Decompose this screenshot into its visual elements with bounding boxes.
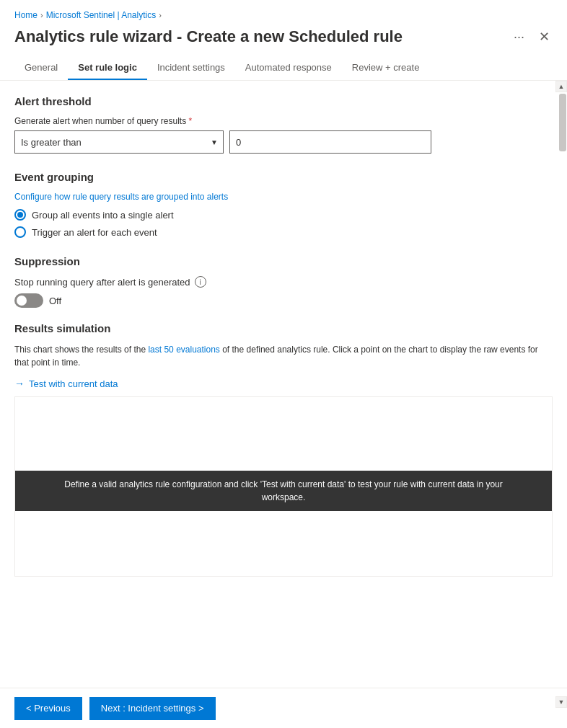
suppression-label-text: Stop running query after alert is genera… (14, 277, 190, 288)
radio-trigger-each[interactable]: Trigger an alert for each event (14, 226, 553, 238)
breadcrumb: Home › Microsoft Sentinel | Analytics › (0, 0, 567, 25)
results-simulation-section: Results simulation This chart shows the … (14, 322, 553, 577)
radio-trigger-each-circle[interactable] (14, 226, 26, 238)
header-icons: ··· ✕ (511, 27, 553, 46)
alert-threshold-section: Alert threshold Generate alert when numb… (14, 95, 553, 154)
breadcrumb-chevron-2: › (159, 11, 162, 19)
chart-message-text2: workspace. (262, 492, 306, 502)
required-marker: * (186, 116, 192, 126)
simulation-description: This chart shows the results of the last… (14, 343, 553, 369)
scrollbar-thumb[interactable] (559, 94, 566, 151)
simulation-desc-link[interactable]: last 50 evaluations (148, 345, 219, 355)
threshold-row: Is greater than Is less than Is equal to… (14, 130, 553, 154)
chart-message: Define a valid analytics rule configurat… (15, 471, 552, 511)
radio-group-all-circle[interactable] (14, 209, 26, 221)
alert-threshold-title: Alert threshold (14, 95, 553, 107)
more-options-button[interactable]: ··· (511, 28, 527, 46)
simulation-desc-part1: This chart shows the results of the (14, 345, 146, 355)
radio-trigger-each-label: Trigger an alert for each event (32, 227, 157, 238)
scrollbar-up-arrow[interactable]: ▲ (555, 81, 567, 92)
next-button[interactable]: Next : Incident settings > (89, 697, 216, 720)
radio-group-all-label: Group all events into a single alert (32, 210, 174, 221)
suppression-title: Suppression (14, 255, 553, 267)
tab-set-rule-logic[interactable]: Set rule logic (68, 56, 147, 80)
tabs-bar: General Set rule logic Incident settings… (0, 56, 567, 81)
breadcrumb-chevron-1: › (40, 11, 43, 19)
dropdown-wrapper: Is greater than Is less than Is equal to… (14, 130, 224, 154)
footer-bar: < Previous Next : Incident settings > (0, 688, 567, 728)
chart-message-text: Define a valid analytics rule configurat… (64, 479, 503, 489)
suppression-toggle[interactable] (14, 293, 43, 308)
page-title: Analytics rule wizard - Create a new Sch… (14, 27, 511, 46)
tab-automated-response[interactable]: Automated response (235, 56, 342, 80)
radio-group-all[interactable]: Group all events into a single alert (14, 209, 553, 221)
query-results-dropdown[interactable]: Is greater than Is less than Is equal to… (14, 130, 224, 154)
event-grouping-section: Event grouping Configure how rule query … (14, 171, 553, 238)
content-area: ▲ ▼ Alert threshold Generate alert when … (0, 81, 567, 708)
suppression-info-icon[interactable]: i (195, 276, 206, 288)
test-with-current-data-link[interactable]: → Test with current data (14, 378, 553, 389)
results-simulation-title: Results simulation (14, 322, 553, 334)
chart-container: Define a valid analytics rule configurat… (14, 396, 553, 577)
scrollbar-down-arrow[interactable]: ▼ (555, 696, 567, 708)
tab-general[interactable]: General (14, 56, 68, 80)
event-grouping-description: Configure how rule query results are gro… (14, 192, 553, 202)
close-button[interactable]: ✕ (536, 27, 553, 46)
tab-review-create[interactable]: Review + create (342, 56, 430, 80)
test-link-label: Test with current data (29, 378, 118, 389)
previous-button[interactable]: < Previous (14, 697, 82, 720)
tab-incident-settings[interactable]: Incident settings (147, 56, 235, 80)
toggle-knob (17, 296, 27, 306)
breadcrumb-home[interactable]: Home (14, 10, 38, 20)
breadcrumb-sentinel[interactable]: Microsoft Sentinel | Analytics (46, 10, 157, 20)
suppression-toggle-row: Off (14, 293, 553, 308)
page-header: Analytics rule wizard - Create a new Sch… (0, 25, 567, 56)
threshold-number-input[interactable] (229, 130, 431, 154)
event-grouping-title: Event grouping (14, 171, 553, 183)
test-link-arrow-icon: → (14, 378, 25, 389)
suppression-section: Suppression Stop running query after ale… (14, 255, 553, 308)
alert-threshold-label: Generate alert when number of query resu… (14, 116, 553, 126)
suppression-toggle-label: Off (49, 296, 61, 306)
suppression-label-row: Stop running query after alert is genera… (14, 276, 553, 288)
